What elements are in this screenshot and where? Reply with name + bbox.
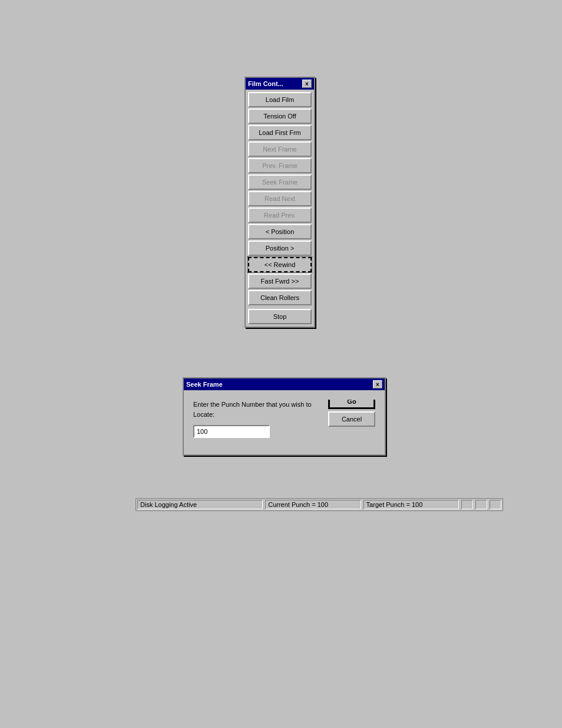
stop-button-container: Stop bbox=[248, 309, 312, 324]
disk-logging-status: Disk Logging Active bbox=[137, 500, 263, 509]
prev-frame-button: Prev. Frame bbox=[248, 158, 312, 173]
position-right-button[interactable]: Position > bbox=[248, 241, 312, 256]
go-button[interactable]: Go bbox=[328, 400, 375, 409]
read-prev-button: Read Prev. bbox=[248, 207, 312, 223]
read-next-button: Read Next bbox=[248, 191, 312, 206]
seek-frame-input[interactable] bbox=[193, 425, 270, 438]
status-seg5 bbox=[475, 500, 487, 509]
position-left-button[interactable]: < Position bbox=[248, 224, 312, 239]
film-control-window: Film Cont... × Load Film Tension Off Loa… bbox=[244, 77, 315, 328]
film-control-titlebar: Film Cont... × bbox=[246, 78, 314, 90]
fast-fwd-button[interactable]: Fast Fwrd >> bbox=[248, 274, 312, 289]
film-control-title: Film Cont... bbox=[248, 80, 283, 87]
tension-off-button[interactable]: Tension Off bbox=[248, 108, 312, 124]
status-seg6 bbox=[490, 500, 501, 509]
film-control-close-button[interactable]: × bbox=[302, 80, 312, 88]
status-seg4 bbox=[461, 500, 473, 509]
load-film-button[interactable]: Load Film bbox=[248, 92, 312, 107]
seek-frame-title: Seek Frame bbox=[186, 381, 223, 388]
current-punch-status: Current Punch = 100 bbox=[265, 500, 361, 509]
next-frame-button: Next Frame bbox=[248, 141, 312, 157]
seek-frame-button: Seek Frame bbox=[248, 174, 312, 190]
target-punch-status: Target Punch = 100 bbox=[363, 500, 459, 509]
seek-frame-titlebar: Seek Frame × bbox=[184, 378, 385, 390]
seek-frame-body: Go Cancel Enter the Punch Number that yo… bbox=[184, 390, 385, 454]
film-control-body: Load Film Tension Off Load First Frm Nex… bbox=[246, 90, 314, 327]
stop-button[interactable]: Stop bbox=[248, 309, 312, 324]
load-first-frm-button[interactable]: Load First Frm bbox=[248, 125, 312, 140]
status-bar-main: Disk Logging Active Current Punch = 100 … bbox=[136, 499, 503, 510]
status-bar: Disk Logging Active Current Punch = 100 … bbox=[135, 498, 503, 511]
clean-rollers-button[interactable]: Clean Rollers bbox=[248, 290, 312, 305]
cancel-button[interactable]: Cancel bbox=[328, 411, 375, 427]
seek-frame-buttons: Go Cancel bbox=[328, 400, 375, 427]
seek-frame-dialog: Seek Frame × Go Cancel Enter the Punch N… bbox=[183, 377, 386, 456]
seek-frame-close-button[interactable]: × bbox=[373, 380, 382, 388]
seek-frame-content: Go Cancel Enter the Punch Number that yo… bbox=[193, 400, 375, 445]
rewind-button[interactable]: << Rewind bbox=[248, 257, 312, 272]
